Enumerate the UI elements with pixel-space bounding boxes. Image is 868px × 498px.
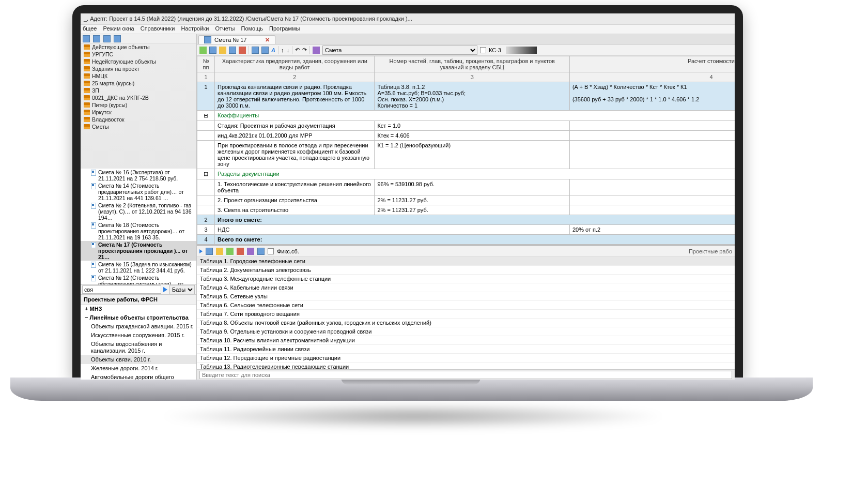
catalog-item[interactable]: Объекты водоснабжения и канализации. 201…: [81, 340, 196, 355]
table-list-item[interactable]: Таблица 8. Объекты почтовой связи (район…: [197, 319, 735, 327]
table-list-item[interactable]: Таблица 7. Сети проводного вещания: [197, 310, 735, 319]
table-list-item[interactable]: Таблица 2. Документальная электросвязь: [197, 266, 735, 275]
folder-icon: [84, 110, 90, 115]
coef-header[interactable]: Коэффициенты: [215, 111, 735, 121]
coef-row[interactable]: Стадия: Проектная и рабочая документация…: [197, 121, 735, 131]
tree-item[interactable]: УРГУПС: [81, 51, 196, 58]
tree-item[interactable]: 0021_ДКС на УКПГ-2В: [81, 94, 196, 101]
document-tabs: Смета № 17 ✕: [197, 34, 735, 44]
tb-icon[interactable]: [209, 47, 216, 54]
left-toolbar: [81, 34, 196, 43]
tree-item[interactable]: ЗП: [81, 87, 196, 94]
arrow-up-icon[interactable]: ↑: [281, 47, 284, 53]
doc-icon: [204, 36, 211, 43]
catalog-item[interactable]: Железные дороги. 2014 г.: [81, 364, 196, 373]
tb-icon[interactable]: [93, 35, 100, 42]
catalog-item[interactable]: + МНЗ: [81, 305, 196, 313]
table-list-item[interactable]: Таблица 9. Отдельные установки и сооруже…: [197, 327, 735, 336]
col-calc: Расчет стоимости: [569, 56, 735, 72]
estimate-item[interactable]: Смета № 17 (Стоимость проектирования про…: [81, 241, 196, 261]
catalog-item[interactable]: Автомобильные дороги общего пользования.…: [81, 373, 196, 380]
menu-settings[interactable]: Настройки: [181, 25, 209, 32]
folder-icon: [84, 124, 90, 129]
search-go-icon[interactable]: [163, 287, 167, 292]
tb-icon[interactable]: [219, 47, 226, 54]
tree-item[interactable]: Владивосток: [81, 116, 196, 123]
redo-icon[interactable]: ↷: [302, 47, 307, 53]
section-row[interactable]: 2. Проект организации строительства2% = …: [197, 195, 735, 205]
table-list-item[interactable]: Таблица 11. Радиорелейные линии связи: [197, 345, 735, 354]
menu-refs[interactable]: Справочники: [141, 25, 175, 32]
tree-item[interactable]: Действующие объекты: [81, 43, 196, 51]
section-row[interactable]: 1. Технологические и конструктивные реше…: [197, 179, 735, 195]
estimate-item[interactable]: Смета № 12 (Стоимость обследования систе…: [81, 274, 196, 284]
tb-icon[interactable]: [239, 47, 246, 54]
estimate-item[interactable]: Смета № 18 (Стоимость проектирования авт…: [81, 221, 196, 241]
table-list-item[interactable]: Таблица 13. Радиотелевизионные передающи…: [197, 363, 735, 369]
tab-smeta17[interactable]: Смета № 17 ✕: [198, 35, 275, 44]
estimate-item[interactable]: Смета № 16 (Экспертиза) от 21.11.2021 на…: [81, 169, 196, 182]
tb-icon[interactable]: [261, 47, 269, 54]
estimate-item[interactable]: Смета № 2 (Котельная, топливо - газ (маз…: [81, 202, 196, 221]
tree-item[interactable]: Сметы: [81, 123, 196, 130]
menu-window-mode[interactable]: Режим окна: [103, 25, 134, 32]
tb-icon[interactable]: [237, 248, 244, 255]
tb-icon[interactable]: [247, 248, 254, 255]
search-input[interactable]: [82, 285, 161, 294]
coef-row[interactable]: инд.4кв.2021г.к 01.01.2000 для МРРКтек =…: [197, 131, 735, 141]
menu-programs[interactable]: Программы: [269, 25, 300, 32]
table-list-item[interactable]: Таблица 12. Передающие и приемные радиос…: [197, 354, 735, 363]
fix-sb-checkbox[interactable]: [268, 248, 274, 254]
table-list-item[interactable]: Таблица 3. Междугородные телефонные стан…: [197, 275, 735, 283]
section-row[interactable]: 3. Смета на строительство2% = 11231.27 р…: [197, 205, 735, 215]
tb-icon[interactable]: [216, 248, 223, 255]
tree-item[interactable]: НМЦК: [81, 72, 196, 80]
italic-a-icon[interactable]: A: [271, 47, 275, 53]
menu-general[interactable]: бщее: [83, 25, 97, 32]
estimate-item[interactable]: Смета № 14 (Стоимость предварительных ра…: [81, 182, 196, 202]
ks3-checkbox[interactable]: [480, 47, 486, 53]
table-list-item[interactable]: Таблица 4. Кабельные линии связи: [197, 283, 735, 292]
search-row: Базы: [81, 284, 196, 295]
tab-label: Смета № 17: [214, 37, 246, 43]
tb-icon[interactable]: [252, 47, 259, 54]
catalog-item[interactable]: Объекты гражданской авиации. 2015 г.: [81, 322, 196, 331]
sections-header[interactable]: Разделы документации: [215, 169, 735, 179]
catalog-item[interactable]: Искусственные сооружения. 2015 г.: [81, 331, 196, 340]
tb-icon[interactable]: [114, 35, 121, 42]
project-tree: Действующие объектыУРГУПСНедействующие о…: [81, 43, 196, 169]
tb-icon[interactable]: [83, 35, 90, 42]
table-list-item[interactable]: Таблица 5. Сетевые узлы: [197, 292, 735, 301]
view-combo[interactable]: Смета: [322, 46, 477, 55]
menu-help[interactable]: Помощь: [241, 25, 263, 32]
slider[interactable]: [506, 47, 537, 54]
estimate-item[interactable]: Смета № 15 (Задача по изысканиям) от 21.…: [81, 261, 196, 274]
tree-item[interactable]: Питер (курсы): [81, 101, 196, 109]
grid-row-main[interactable]: 1 Прокладка канализации связи и радио. П…: [197, 82, 735, 111]
tb-icon[interactable]: [313, 47, 320, 54]
table-list-item[interactable]: Таблица 1. Городские телефонные сети: [197, 257, 735, 266]
tb-icon[interactable]: [226, 248, 234, 255]
tree-item[interactable]: Задания на проект: [81, 65, 196, 72]
tree-item[interactable]: Иркутск: [81, 109, 196, 116]
bottom-search-input[interactable]: [199, 371, 732, 379]
tab-close-icon[interactable]: ✕: [265, 37, 270, 43]
undo-icon[interactable]: ↶: [295, 47, 300, 53]
table-list-item[interactable]: Таблица 10. Расчеты влияния электромагни…: [197, 336, 735, 345]
back-icon[interactable]: [199, 249, 203, 253]
tb-icon[interactable]: [229, 47, 236, 54]
tree-item[interactable]: 25 марта (курсы): [81, 80, 196, 87]
coef-row[interactable]: При проектировании в полосе отвода и при…: [197, 141, 735, 169]
tree-item[interactable]: Недействующие объекты: [81, 58, 196, 65]
menu-reports[interactable]: Отчеты: [215, 25, 235, 32]
tb-icon[interactable]: [206, 248, 213, 255]
arrow-down-icon[interactable]: ↓: [286, 47, 289, 53]
nds-row: 3 НДС 20% от п.2 1: [197, 225, 735, 235]
tb-icon[interactable]: [199, 47, 207, 54]
catalog-item[interactable]: Объекты связи. 2010 г.: [81, 355, 196, 364]
search-scope-select[interactable]: Базы: [169, 285, 195, 294]
catalog-item[interactable]: − Линейные объекты строительства: [81, 313, 196, 322]
table-list-item[interactable]: Таблица 6. Сельские телефонные сети: [197, 301, 735, 310]
tb-icon[interactable]: [103, 35, 111, 42]
tb-icon[interactable]: [257, 248, 265, 255]
